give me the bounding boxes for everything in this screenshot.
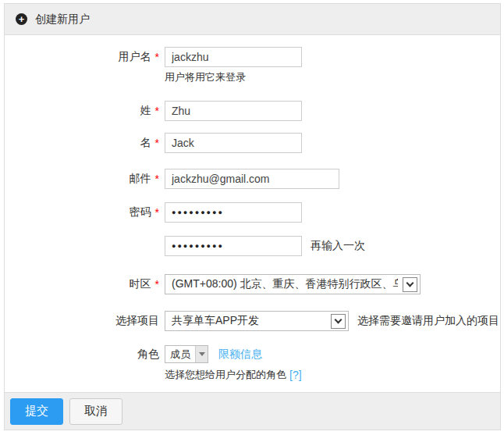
timezone-selected-option: (GMT+08:00) 北京、重庆、香港特别行政区、乌鲁木齐 — [172, 277, 398, 291]
project-selected-option: 共享单车APP开发 — [172, 314, 259, 328]
timezone-row: 时区 * (GMT+08:00) 北京、重庆、香港特别行政区、乌鲁木齐 — [5, 274, 500, 294]
cancel-button[interactable]: 取消 — [69, 398, 122, 425]
role-selected-option: 成员 — [165, 346, 195, 362]
password-row: 密码 * — [5, 202, 500, 223]
lastname-label-col: 姓 * — [5, 104, 159, 118]
create-user-form: 用户名 * 用户将用它来登录 姓 * 名 — [5, 35, 500, 392]
email-label: 邮件 — [130, 172, 151, 186]
username-label-col: 用户名 * — [5, 50, 159, 64]
email-row: 邮件 * — [5, 169, 500, 189]
timezone-select[interactable]: (GMT+08:00) 北京、重庆、香港特别行政区、乌鲁木齐 — [165, 274, 421, 294]
role-help-text: 选择您想给用户分配的角色 — [165, 368, 286, 382]
username-help-text: 用户将用它来登录 — [165, 70, 246, 84]
timezone-required-asterisk: * — [155, 278, 159, 291]
password-confirmation-hint: 再输入一次 — [311, 239, 365, 253]
panel-footer: 提交 取消 — [5, 392, 500, 430]
timezone-label-col: 时区 * — [5, 277, 159, 291]
password-label-col: 密码 * — [5, 205, 159, 219]
role-help-row: 选择您想给用户分配的角色 [?] — [5, 368, 500, 382]
create-user-panel: 创建新用户 用户名 * 用户将用它来登录 姓 * — [4, 3, 501, 430]
password-label: 密码 — [130, 205, 151, 219]
page-title: 创建新用户 — [35, 12, 90, 27]
role-label: 角色 — [137, 348, 159, 362]
firstname-required-asterisk: * — [155, 137, 159, 149]
plus-circle-icon — [16, 13, 27, 25]
role-dropdown-arrow-icon — [195, 346, 208, 362]
firstname-input[interactable] — [165, 133, 302, 153]
firstname-row: 名 * — [5, 133, 500, 153]
role-label-col: 角色 — [5, 348, 159, 362]
lastname-required-asterisk: * — [155, 105, 159, 117]
email-required-asterisk: * — [155, 173, 159, 185]
username-help-row: 用户将用它来登录 — [5, 70, 500, 84]
username-required-asterisk: * — [155, 51, 159, 63]
lastname-label: 姓 — [140, 104, 151, 118]
timezone-label: 时区 — [130, 277, 151, 291]
quota-info-link[interactable]: 限额信息 — [218, 348, 262, 362]
role-row: 角色 成员 限额信息 — [5, 345, 500, 363]
firstname-label-col: 名 * — [5, 136, 159, 150]
email-label-col: 邮件 * — [5, 172, 159, 186]
role-select[interactable]: 成员 — [165, 345, 208, 363]
project-chevron-down-icon — [331, 314, 346, 329]
password-confirmation-input[interactable] — [165, 236, 302, 256]
email-input[interactable] — [165, 169, 339, 189]
submit-button[interactable]: 提交 — [10, 398, 63, 425]
password-confirmation-row: 再输入一次 — [5, 236, 500, 256]
timezone-chevron-down-icon — [403, 277, 417, 292]
role-help-question-link[interactable]: [?] — [289, 369, 302, 381]
panel-header: 创建新用户 — [5, 4, 500, 35]
firstname-label: 名 — [140, 136, 151, 150]
password-required-asterisk: * — [155, 206, 159, 219]
username-row: 用户名 * — [5, 47, 500, 67]
project-select[interactable]: 共享单车APP开发 — [165, 311, 349, 331]
project-label-col: 选择项目 — [5, 314, 159, 328]
project-label: 选择项目 — [115, 314, 159, 328]
project-hint: 选择需要邀请用户加入的项目 — [357, 314, 499, 328]
password-input[interactable] — [165, 202, 302, 223]
lastname-input[interactable] — [165, 101, 302, 121]
username-label: 用户名 — [119, 50, 151, 64]
lastname-row: 姓 * — [5, 101, 500, 121]
project-row: 选择项目 共享单车APP开发 选择需要邀请用户加入的项目 — [5, 311, 500, 331]
username-input[interactable] — [165, 47, 302, 67]
